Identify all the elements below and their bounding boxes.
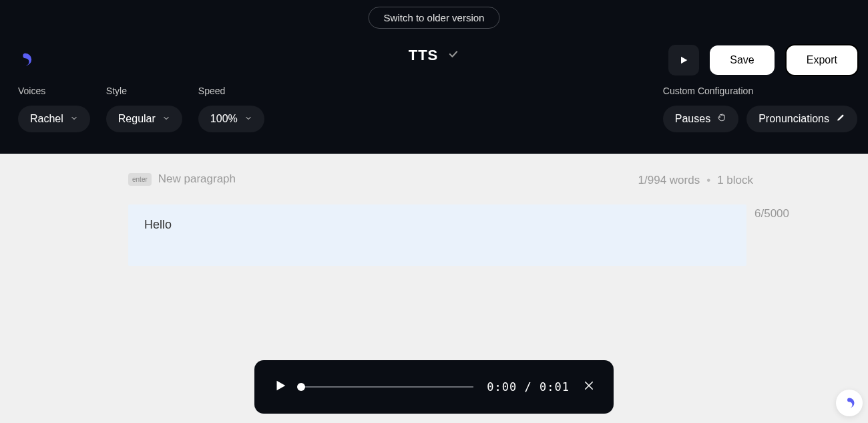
logo-icon	[843, 397, 855, 409]
editor-wrap: enter New paragraph 1/994 words • 1 bloc…	[128, 172, 746, 266]
voices-value: Rachel	[30, 113, 63, 125]
hint-text: New paragraph	[158, 172, 236, 186]
player-close-button[interactable]	[583, 380, 595, 394]
pauses-button[interactable]: Pauses	[663, 106, 738, 132]
word-count: 1/994 words	[638, 174, 700, 187]
custom-config-label: Custom Configuration	[663, 86, 857, 96]
chevron-down-icon	[162, 113, 170, 125]
player-play-button[interactable]	[273, 378, 288, 396]
pronunciations-button[interactable]: Pronunciations	[746, 106, 857, 132]
speed-label: Speed	[198, 86, 264, 96]
block-count: 1 block	[717, 174, 753, 187]
play-icon	[273, 378, 288, 393]
play-icon	[678, 55, 689, 65]
close-icon	[583, 380, 595, 392]
editor-area: enter New paragraph 1/994 words • 1 bloc…	[0, 154, 868, 266]
switch-version-button[interactable]: Switch to older version	[369, 7, 500, 29]
stats: 1/994 words • 1 block	[638, 174, 753, 187]
pronunciations-label: Pronunciations	[758, 113, 829, 125]
save-button[interactable]: Save	[710, 45, 774, 75]
speed-select[interactable]: 100%	[198, 106, 264, 132]
top-actions: Save Export	[668, 44, 859, 76]
player-progress-thumb[interactable]	[297, 383, 305, 391]
left-controls: Voices Rachel Style Regular Speed 100%	[18, 86, 264, 132]
style-value: Regular	[118, 113, 156, 125]
right-pills: Pauses Pronunciations	[663, 106, 857, 132]
style-select[interactable]: Regular	[106, 106, 182, 132]
voices-group: Voices Rachel	[18, 86, 90, 132]
check-icon	[447, 48, 459, 63]
player-current-time: 0:00	[487, 380, 517, 394]
voices-label: Voices	[18, 86, 90, 96]
controls-row: Voices Rachel Style Regular Speed 100%	[18, 86, 857, 132]
hand-icon	[717, 113, 726, 125]
enter-key-badge: enter	[128, 173, 152, 186]
player-time-separator: /	[525, 380, 532, 394]
player-time: 0:00 / 0:01	[487, 380, 570, 394]
pencil-icon	[836, 113, 845, 125]
page-title: TTS	[409, 47, 439, 64]
player-total-time: 0:01	[539, 380, 570, 394]
dot-separator: •	[706, 174, 710, 187]
text-input[interactable]: Hello	[128, 204, 746, 266]
speed-group: Speed 100%	[198, 86, 264, 132]
speed-value: 100%	[210, 113, 238, 125]
player-progress-bar[interactable]	[301, 386, 473, 388]
style-group: Style Regular	[106, 86, 182, 132]
export-button[interactable]: Export	[788, 47, 856, 74]
style-label: Style	[106, 86, 182, 96]
app-header: Switch to older version TTS Save Export …	[0, 0, 868, 154]
right-controls: Custom Configuration Pauses Pronunciatio…	[663, 86, 857, 132]
char-count: 6/5000	[754, 207, 789, 221]
export-button-wrap: Export	[785, 44, 859, 76]
audio-player: 0:00 / 0:01	[254, 360, 614, 414]
chevron-down-icon	[70, 113, 78, 125]
chevron-down-icon	[244, 113, 252, 125]
pauses-label: Pauses	[675, 113, 710, 125]
help-bubble[interactable]	[836, 390, 863, 416]
play-preview-button[interactable]	[668, 45, 699, 76]
voices-select[interactable]: Rachel	[18, 106, 90, 132]
